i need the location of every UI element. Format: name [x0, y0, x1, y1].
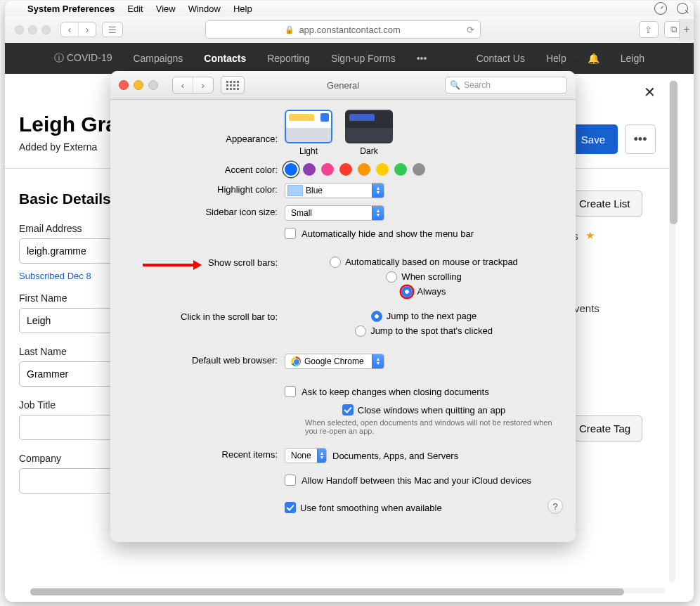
- list-item-events[interactable]: Events: [567, 297, 659, 320]
- recent-items-suffix: Documents, Apps, and Servers: [332, 451, 458, 461]
- star-icon: ★: [585, 229, 595, 242]
- page-subtitle: Added by Externa: [19, 141, 97, 153]
- recent-items-label: Recent items:: [123, 448, 285, 460]
- macos-menubar: System Preferences Edit View Window Help: [5, 1, 694, 17]
- appearance-dark[interactable]: Dark: [345, 110, 393, 156]
- nav-contactus[interactable]: Contact Us: [477, 53, 525, 64]
- app-menu[interactable]: System Preferences: [27, 4, 115, 14]
- click-spot-radio[interactable]: Jump to the spot that's clicked: [355, 325, 493, 337]
- browser-back-forward[interactable]: ‹›: [60, 22, 96, 37]
- more-actions-button[interactable]: •••: [625, 124, 656, 154]
- create-tag-button[interactable]: Create Tag: [567, 415, 642, 441]
- window-traffic-lights[interactable]: [15, 25, 51, 34]
- accent-color-7[interactable]: [413, 163, 425, 176]
- help-button[interactable]: ?: [547, 498, 563, 514]
- accent-color-1[interactable]: [303, 163, 316, 176]
- spotlight-icon[interactable]: [677, 3, 688, 14]
- site-primary-nav: ⓘ COVID-19 Campaigns Contacts Reporting …: [5, 43, 694, 74]
- nav-signup[interactable]: Sign-up Forms: [331, 53, 396, 64]
- scrollbars-auto-radio[interactable]: Automatically based on mouse or trackpad: [330, 256, 518, 268]
- accent-color-2[interactable]: [321, 163, 334, 176]
- click-next-page-radio[interactable]: Jump to the next page: [371, 310, 477, 322]
- browser-sidebar-icon[interactable]: ☰: [102, 22, 123, 37]
- recent-items-select[interactable]: None▲▼: [285, 448, 327, 463]
- browser-address-bar[interactable]: 🔒 app.constantcontact.com ⟳: [205, 20, 481, 39]
- time-machine-icon[interactable]: [654, 2, 667, 15]
- nav-help[interactable]: Help: [546, 53, 566, 64]
- accent-label: Accent color:: [123, 163, 285, 175]
- prefs-back-forward[interactable]: ‹›: [172, 77, 214, 94]
- menu-view[interactable]: View: [156, 4, 176, 14]
- page-scrollbar[interactable]: [669, 79, 675, 583]
- nav-reporting[interactable]: Reporting: [267, 53, 310, 64]
- appearance-light[interactable]: Light: [285, 110, 332, 156]
- nav-contacts[interactable]: Contacts: [204, 53, 246, 64]
- nav-covid[interactable]: ⓘ COVID-19: [54, 52, 112, 65]
- accent-color-3[interactable]: [339, 163, 352, 176]
- ask-keep-changes-checkbox[interactable]: Ask to keep changes when closing documen…: [285, 386, 563, 397]
- annotation-arrow: [143, 264, 195, 266]
- reload-icon[interactable]: ⟳: [467, 25, 474, 35]
- prefs-title: General: [327, 80, 359, 91]
- page-horizontal-scrollbar[interactable]: [30, 588, 666, 593]
- accent-color-4[interactable]: [358, 163, 370, 176]
- prefs-traffic-lights[interactable]: [119, 80, 158, 90]
- default-browser-label: Default web browser:: [123, 354, 285, 366]
- nav-more[interactable]: •••: [417, 53, 427, 64]
- search-icon: 🔍: [450, 80, 460, 90]
- close-panel-button[interactable]: ✕: [644, 84, 656, 101]
- lock-icon: 🔒: [285, 25, 294, 34]
- new-tab-button[interactable]: +: [679, 19, 694, 40]
- menu-window[interactable]: Window: [188, 4, 221, 14]
- share-icon[interactable]: ⇪: [639, 21, 659, 38]
- appearance-label: Appearance:: [123, 110, 285, 144]
- highlight-select[interactable]: Blue ▲▼: [285, 183, 384, 198]
- accent-color-row: [285, 163, 563, 176]
- prefs-grid-icon[interactable]: [221, 76, 245, 94]
- handoff-checkbox[interactable]: Allow Handoff between this Mac and your …: [285, 475, 563, 486]
- sidebar-size-label: Sidebar icon size:: [123, 205, 285, 217]
- create-list-button[interactable]: Create List: [567, 191, 642, 217]
- prefs-search-placeholder: Search: [464, 80, 491, 90]
- menu-edit[interactable]: Edit: [127, 4, 143, 14]
- menu-help[interactable]: Help: [233, 4, 252, 14]
- default-browser-select[interactable]: Google Chrome ▲▼: [285, 354, 384, 369]
- accent-color-5[interactable]: [376, 163, 389, 176]
- accent-color-6[interactable]: [394, 163, 407, 176]
- click-scrollbar-label: Click in the scroll bar to:: [123, 310, 285, 322]
- close-windows-help: When selected, open documents and window…: [290, 418, 558, 435]
- browser-toolbar: ‹› ☰ 🔒 app.constantcontact.com ⟳ ⇪ ⧉ +: [5, 16, 694, 44]
- accent-color-0[interactable]: [285, 163, 297, 176]
- list-item-s[interactable]: s: [567, 371, 659, 394]
- prefs-search-field[interactable]: 🔍 Search: [445, 77, 567, 94]
- nav-bell-icon[interactable]: 🔔: [588, 53, 599, 64]
- font-smoothing-checkbox[interactable]: Use font smoothing when available: [285, 502, 442, 513]
- nav-campaigns[interactable]: Campaigns: [133, 53, 183, 64]
- scrollbars-scrolling-radio[interactable]: When scrolling: [386, 271, 461, 283]
- list-item-ns[interactable]: ns★: [567, 224, 659, 247]
- list-item-iz[interactable]: iz: [567, 320, 659, 343]
- nav-user[interactable]: Leigh: [621, 53, 644, 64]
- address-host: app.constantcontact.com: [299, 25, 401, 35]
- sidebar-size-select[interactable]: Small▲▼: [285, 205, 384, 221]
- autohide-menubar-checkbox[interactable]: Automatically hide and show the menu bar: [285, 228, 563, 239]
- scrollbars-always-radio[interactable]: Always: [401, 285, 446, 297]
- system-preferences-window: ‹› General 🔍 Search Appearance: Light Da…: [110, 71, 576, 542]
- close-windows-checkbox[interactable]: Close windows when quitting an app: [342, 404, 505, 415]
- save-button[interactable]: Save: [569, 124, 618, 154]
- prefs-toolbar: ‹› General 🔍 Search: [110, 71, 576, 100]
- highlight-label: Highlight color:: [123, 183, 285, 195]
